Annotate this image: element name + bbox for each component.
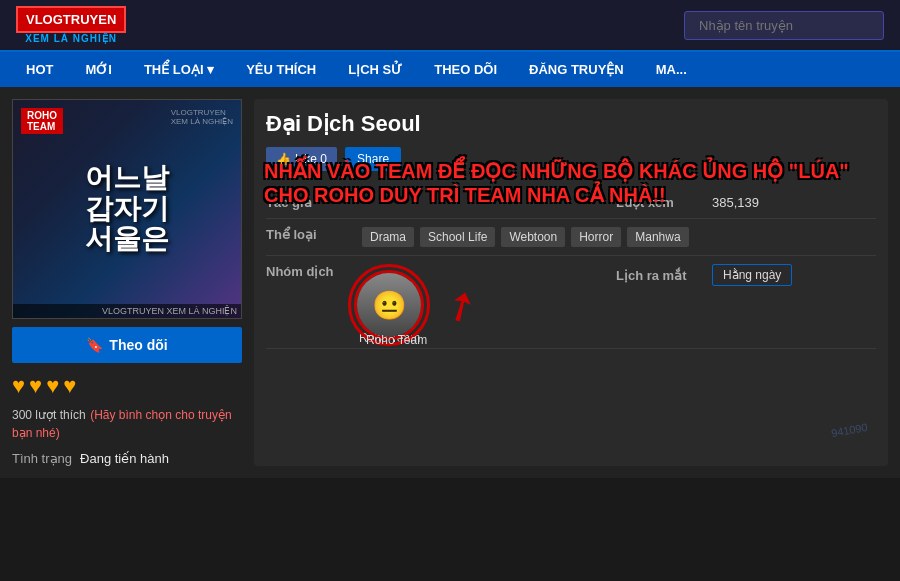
nav-theloai[interactable]: THỂ LOẠI ▾ [128, 52, 230, 87]
tag-horror[interactable]: Horror [571, 227, 621, 247]
nav-yeuthich[interactable]: YÊU THÍCH [230, 52, 332, 87]
views-section: Lượt xem 385,139 [616, 195, 876, 210]
nav-moi[interactable]: MỚI [69, 52, 127, 87]
info-section: Tác giả Lượt xem 385,139 Thể loại Drama … [266, 187, 876, 349]
action-buttons: 👍 Like 0 Share [266, 147, 876, 171]
team-name: Roho Team [366, 333, 427, 347]
genre-label: Thể loại [266, 227, 346, 242]
group-label: Nhóm dịch [266, 264, 346, 279]
bookmark-icon: 🔖 [86, 337, 103, 353]
cover-title-japanese: 어느날갑자기서울은 [85, 163, 169, 255]
tag-webtoon[interactable]: Webtoon [501, 227, 565, 247]
nav-hot[interactable]: HOT [10, 52, 69, 87]
cover-bottom-label: VLOGTRUYEN XEM LÀ NGHIỆN [13, 304, 241, 318]
genre-tags: Drama School Life Webtoon Horror Manhwa [362, 227, 689, 247]
roho-label: ROHOTEAM [21, 108, 63, 134]
author-label: Tác giả [266, 195, 346, 210]
share-button[interactable]: Share [345, 147, 401, 171]
heart-1: ♥ [12, 373, 25, 399]
heart-2: ♥ [29, 373, 42, 399]
release-value: Hằng ngày [712, 264, 792, 286]
likes-section: 300 lượt thích (Hãy bình chọn cho truyện… [12, 405, 242, 441]
watermark: 941090 [831, 421, 869, 439]
arrow-icon: ➚ [435, 277, 487, 334]
logo-main[interactable]: VLOGTRUYEN [16, 6, 126, 33]
views-label: Lượt xem [616, 195, 696, 210]
views-value: 385,139 [712, 195, 759, 210]
release-section: Lịch ra mắt Hằng ngày [616, 264, 876, 286]
nav-theodoi[interactable]: THEO DÕI [418, 52, 513, 87]
heart-4: ♥ [63, 373, 76, 399]
status-row: Tình trạng Đang tiến hành [12, 451, 242, 466]
sidebar: ROHOTEAM VLOGTRUYENXEM LÀ NGHIỆN 어느날갑자기서… [12, 99, 242, 466]
status-value: Đang tiến hành [80, 451, 169, 466]
release-label: Lịch ra mắt [616, 268, 696, 283]
manga-detail: Đại Dịch Seoul 👍 Like 0 Share NHẤN VÀO T… [254, 99, 888, 466]
author-views-row: Tác giả Lượt xem 385,139 [266, 187, 876, 219]
manga-cover: ROHOTEAM VLOGTRUYENXEM LÀ NGHIỆN 어느날갑자기서… [12, 99, 242, 319]
tag-drama[interactable]: Drama [362, 227, 414, 247]
genre-row: Thể loại Drama School Life Webtoon Horro… [266, 219, 876, 256]
hearts-rating: ♥ ♥ ♥ ♥ [12, 373, 242, 399]
logo-area: VLOGTRUYEN XEM LÀ NGHIỆN [16, 6, 126, 44]
status-label: Tình trạng [12, 451, 72, 466]
tag-school[interactable]: School Life [420, 227, 495, 247]
team-avatar-wrapper: 😐 [354, 270, 424, 340]
logo-sub: XEM LÀ NGHIỆN [25, 33, 117, 44]
like-button[interactable]: 👍 Like 0 [266, 147, 337, 171]
manga-title: Đại Dịch Seoul [266, 111, 876, 137]
nav-dangtruyen[interactable]: ĐĂNG TRUYỆN [513, 52, 640, 87]
team-section: 😐 Roho Team ➚ [354, 264, 478, 340]
header: VLOGTRUYEN XEM LÀ NGHIỆN [0, 0, 900, 52]
nav-lichsu[interactable]: LỊCH SỬ [332, 52, 418, 87]
main-content: ROHOTEAM VLOGTRUYENXEM LÀ NGHIỆN 어느날갑자기서… [0, 87, 900, 478]
likes-count: 300 lượt thích [12, 408, 86, 422]
thumbs-icon: 👍 [276, 152, 291, 166]
tag-manhwa[interactable]: Manhwa [627, 227, 688, 247]
main-nav: HOT MỚI THỂ LOẠI ▾ YÊU THÍCH LỊCH SỬ THE… [0, 52, 900, 87]
heart-3: ♥ [46, 373, 59, 399]
cover-watermark: VLOGTRUYENXEM LÀ NGHIỆN [171, 108, 233, 126]
nav-more[interactable]: MA... [640, 52, 703, 87]
follow-button[interactable]: 🔖 Theo dõi [12, 327, 242, 363]
search-input[interactable] [684, 11, 884, 40]
